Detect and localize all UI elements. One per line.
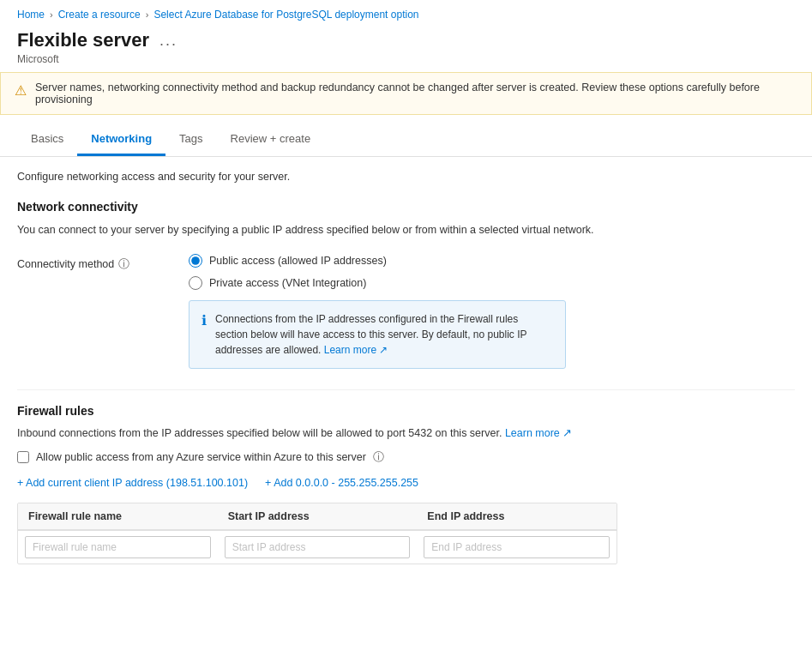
connectivity-info-box: ℹ Connections from the IP addresses conf… [189, 300, 566, 369]
firewall-rule-name-input[interactable] [25, 536, 211, 558]
firewall-rule-name-cell [18, 531, 218, 564]
connectivity-info-icon[interactable]: ⓘ [118, 256, 129, 272]
breadcrumb-home[interactable]: Home [17, 9, 45, 21]
add-client-ip-link[interactable]: + Add current client IP address (198.51.… [17, 477, 248, 489]
content-area: Configure networking access and security… [0, 157, 812, 578]
more-options-button[interactable]: ... [156, 32, 181, 50]
connectivity-options: Public access (allowed IP addresses) Pri… [189, 254, 566, 369]
col-header-end-ip: End IP address [417, 503, 617, 529]
page-subtitle: Microsoft [17, 53, 795, 65]
private-access-label: Private access (VNet Integration) [209, 277, 366, 289]
network-connectivity-title: Network connectivity [17, 200, 795, 214]
network-connectivity-section: Network connectivity You can connect to … [17, 200, 795, 369]
firewall-rules-section: Firewall rules Inbound connections from … [17, 404, 795, 564]
radio-group: Public access (allowed IP addresses) Pri… [189, 254, 566, 290]
page-title: Flexible server [17, 29, 149, 51]
start-ip-input[interactable] [225, 536, 411, 558]
learn-more-link-firewall[interactable]: Learn more ↗ [505, 427, 572, 439]
breadcrumb-sep-1: › [50, 9, 53, 20]
firewall-rules-title: Firewall rules [17, 404, 795, 418]
learn-more-link-connectivity[interactable]: Learn more ↗ [324, 344, 388, 356]
col-header-start-ip: Start IP address [218, 503, 418, 529]
tab-review-create[interactable]: Review + create [217, 124, 325, 156]
public-access-radio[interactable] [189, 254, 202, 268]
connectivity-method-label: Connectivity method ⓘ [17, 254, 171, 272]
tab-networking[interactable]: Networking [77, 124, 165, 156]
section-divider [17, 389, 795, 390]
allow-azure-services-checkbox[interactable] [17, 451, 29, 463]
firewall-rules-desc: Inbound connections from the IP addresse… [17, 426, 795, 439]
private-access-option[interactable]: Private access (VNet Integration) [189, 276, 566, 290]
external-link-icon: ↗ [379, 344, 388, 356]
breadcrumb-deployment-option[interactable]: Select Azure Database for PostgreSQL dep… [153, 9, 418, 21]
alert-bar: ⚠ Server names, networking connectivity … [0, 72, 812, 115]
page-header: Flexible server ... Microsoft [0, 26, 812, 72]
external-link-icon-firewall: ↗ [562, 427, 572, 439]
alert-text: Server names, networking connectivity me… [35, 81, 797, 105]
breadcrumb-sep-2: › [146, 9, 149, 20]
info-circle-icon: ℹ [201, 312, 207, 328]
private-access-radio[interactable] [189, 276, 202, 290]
section-description: Configure networking access and security… [17, 171, 795, 183]
tab-tags[interactable]: Tags [165, 124, 216, 156]
action-links: + Add current client IP address (198.51.… [17, 477, 795, 489]
breadcrumb: Home › Create a resource › Select Azure … [0, 0, 812, 26]
table-header: Firewall rule name Start IP address End … [18, 503, 617, 530]
network-connectivity-desc: You can connect to your server by specif… [17, 222, 795, 238]
firewall-rules-table: Firewall rule name Start IP address End … [17, 503, 617, 564]
breadcrumb-create-resource[interactable]: Create a resource [58, 9, 141, 21]
checkbox-info-icon[interactable]: ⓘ [373, 449, 384, 465]
end-ip-cell [417, 531, 617, 564]
allow-azure-services-row: Allow public access from any Azure servi… [17, 449, 795, 465]
connectivity-method-row: Connectivity method ⓘ Public access (all… [17, 254, 795, 369]
allow-azure-services-label: Allow public access from any Azure servi… [36, 451, 366, 463]
warning-icon: ⚠ [15, 82, 27, 99]
table-row [18, 530, 617, 564]
start-ip-cell [218, 531, 418, 564]
tabs: Basics Networking Tags Review + create [17, 124, 795, 156]
tab-basics[interactable]: Basics [17, 124, 77, 156]
add-ip-range-link[interactable]: + Add 0.0.0.0 - 255.255.255.255 [265, 477, 418, 489]
col-header-name: Firewall rule name [18, 503, 218, 529]
tabs-container: Basics Networking Tags Review + create [0, 124, 812, 157]
public-access-option[interactable]: Public access (allowed IP addresses) [189, 254, 566, 268]
info-box-content: Connections from the IP addresses config… [215, 311, 553, 358]
end-ip-input[interactable] [424, 536, 610, 558]
public-access-label: Public access (allowed IP addresses) [209, 255, 387, 267]
